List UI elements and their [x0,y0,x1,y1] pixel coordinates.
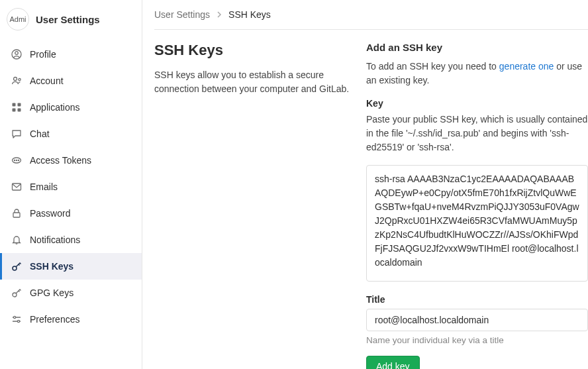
sidebar-item-label: Notifications [30,235,80,245]
svg-point-1 [15,52,19,55]
sidebar-item-label: Emails [30,182,58,192]
page-intro: SSH Keys SSH keys allow you to establish… [154,42,366,369]
sidebar-item-emails[interactable]: Emails [0,174,142,200]
sidebar-item-label: Access Tokens [30,155,91,166]
avatar-alt: Admi [9,15,26,23]
breadcrumb-current: SSH Keys [228,9,271,20]
title-label: Title [366,294,588,305]
email-icon [11,182,22,192]
preferences-icon [11,314,22,325]
key-icon [11,288,22,298]
sidebar-item-label: SSH Keys [30,261,74,272]
user-circle-icon [11,49,22,60]
breadcrumb-root[interactable]: User Settings [154,9,210,20]
bell-icon [11,235,22,245]
avatar: Admi [7,8,29,30]
sidebar-item-label: Profile [30,49,56,60]
sidebar-item-account[interactable]: Account [0,68,142,94]
svg-rect-6 [13,109,16,112]
sidebar-item-label: Password [30,208,70,219]
sidebar-item-label: Preferences [30,314,79,325]
sidebar-title: User Settings [36,14,100,25]
key-label: Key [366,98,588,109]
sidebar-item-access-tokens[interactable]: Access Tokens [0,147,142,174]
sidebar-item-preferences[interactable]: Preferences [0,306,142,333]
ssh-key-textarea[interactable] [366,165,588,282]
svg-point-15 [13,293,17,297]
apps-icon [11,102,22,113]
sidebar: Admi User Settings Profile Account Appli… [0,0,142,369]
sidebar-item-gpg-keys[interactable]: GPG Keys [0,280,142,306]
add-key-button[interactable]: Add key [366,356,420,369]
svg-point-17 [17,320,19,322]
account-icon [11,76,22,86]
sidebar-item-ssh-keys[interactable]: SSH Keys [0,253,142,280]
sidebar-nav: Profile Account Applications Chat Access… [0,41,142,333]
main-content: User Settings SSH Keys SSH Keys SSH keys… [142,0,588,369]
sidebar-item-label: GPG Keys [30,288,74,298]
title-hint: Name your individual key via a title [366,335,588,345]
sidebar-item-label: Applications [30,102,80,113]
svg-rect-7 [18,109,21,112]
sidebar-item-notifications[interactable]: Notifications [0,227,142,253]
lock-icon [11,208,22,219]
page-title: SSH Keys [154,42,353,59]
chevron-right-icon [217,11,222,18]
sidebar-item-label: Chat [30,129,50,139]
token-icon [11,155,22,166]
svg-rect-4 [13,103,16,107]
svg-point-9 [14,160,15,160]
svg-point-2 [14,78,17,81]
form-intro: To add an SSH key you need to generate o… [366,60,588,87]
breadcrumb: User Settings SSH Keys [154,9,588,30]
sidebar-item-profile[interactable]: Profile [0,41,142,68]
sidebar-item-label: Account [30,76,64,86]
sidebar-item-applications[interactable]: Applications [0,94,142,121]
svg-rect-13 [13,213,20,217]
key-help-text: Paste your public SSH key, which is usua… [366,113,588,154]
sidebar-item-chat[interactable]: Chat [0,121,142,147]
svg-point-3 [19,78,21,80]
sidebar-header: Admi User Settings [0,0,142,41]
svg-rect-5 [18,103,21,107]
sidebar-item-password[interactable]: Password [0,200,142,227]
page-description: SSH keys allow you to establish a secure… [154,68,353,96]
svg-point-14 [13,266,17,270]
title-input[interactable] [366,309,588,331]
key-icon [11,261,22,272]
chat-icon [11,129,22,139]
add-key-form: Add an SSH key To add an SSH key you nee… [366,42,588,369]
svg-point-10 [16,160,17,160]
form-section-title: Add an SSH key [366,42,588,53]
svg-point-11 [18,160,19,160]
generate-one-link[interactable]: generate one [499,61,554,72]
svg-point-16 [13,316,15,318]
